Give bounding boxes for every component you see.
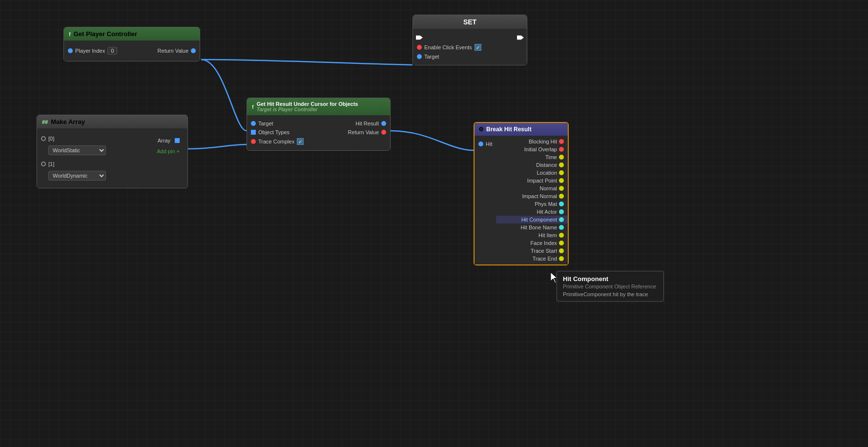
location-output: Location [496,169,568,177]
get-hit-inputs: Target Object Types Trace Complex [247,119,308,146]
array-item-1-row: [1] [37,160,149,168]
trace-end-output: Trace End [496,255,568,263]
array-item-0-pin [41,136,46,141]
array-item-0-row: [0] [37,134,149,143]
hit-item-output: Hit Item [496,231,568,239]
break-hit-input-pin: Hit [475,140,496,148]
array-item-1-index: [1] [48,161,54,167]
function-icon: f [69,31,71,37]
blocking-hit-pin [559,139,564,144]
get-hit-target-pin-circle [251,121,256,126]
hit-result-pin-circle [381,121,386,126]
get-hit-outputs: Hit Result Return Value [344,119,390,146]
trace-complex-checkbox[interactable] [297,138,304,145]
player-index-pin-circle [68,48,73,53]
hit-item-label: Hit Item [538,232,557,238]
array-icon: ## [42,119,48,125]
set-exec-in [416,34,423,41]
player-index-label: Player Index [75,48,105,54]
break-hit-pin-circle [478,142,483,146]
trace-start-pin [559,248,564,253]
break-hit-input-section: Hit [475,138,496,148]
location-label: Location [537,170,557,176]
return-value-output-pin: Return Value [154,46,200,55]
tooltip-title: Hit Component [563,275,658,283]
get-player-controller-header: f Get Player Controller [64,27,200,41]
array-output-pin-row: Array [153,136,184,145]
normal-label: Normal [540,185,557,191]
add-pin-button[interactable]: Add pin + [153,147,184,156]
make-array-title: Make Array [51,118,85,125]
break-hit-result-header: ⚙ Break Hit Result [475,123,568,136]
face-index-pin [559,241,564,245]
get-player-controller-title: Get Player Controller [74,30,137,38]
hit-actor-label: Hit Actor [537,209,557,215]
phys-mat-pin [559,202,564,206]
player-index-value[interactable]: 0 [107,47,117,55]
blocking-hit-label: Blocking Hit [529,139,557,144]
array-item-0-index: [0] [48,136,54,142]
get-hit-result-title: Get Hit Result Under Cursor for Objects [257,101,358,107]
return-value-pin-circle [191,48,196,53]
hit-actor-pin [559,209,564,214]
face-index-output: Face Index [496,239,568,247]
exec-in-arrow [416,34,423,41]
break-hit-label: Hit [486,141,492,147]
array-item-1-dropdown[interactable]: WorldDynamic WorldStatic [48,171,106,181]
set-title: SET [418,18,522,26]
array-item-0-dropdown[interactable]: WorldStatic WorldDynamic [48,145,106,155]
set-target-pin-circle [417,54,422,59]
tooltip-subtitle: Primitive Component Object Reference [563,284,658,289]
normal-output: Normal [496,184,568,192]
player-index-pin: Player Index 0 [64,45,121,56]
array-item-1-value-row: WorldDynamic WorldStatic [44,169,149,182]
set-exec-out [517,34,524,41]
enable-click-events-label: Enable Click Events [424,44,472,50]
initial-overlap-label: Initial Overlap [524,146,557,152]
return-value-output-label-2: Return Value [348,129,379,135]
phys-mat-output: Phys Mat [496,200,568,208]
get-hit-function-icon: f [252,104,254,110]
trace-complex-label: Trace Complex [258,139,294,144]
initial-overlap-pin [559,147,564,152]
get-hit-result-node: f Get Hit Result Under Cursor for Object… [247,98,391,151]
get-hit-object-types-pin: Object Types [247,128,308,137]
hit-component-output: Hit Component [496,216,568,224]
tooltip-description: PrimitiveComponent hit by the trace [563,291,658,297]
exec-out-arrow [517,34,524,41]
trace-start-output: Trace Start [496,247,568,255]
return-value-pin-circle-2 [381,130,386,135]
location-pin [559,170,564,175]
time-pin [559,155,564,160]
blocking-hit-output: Blocking Hit [496,138,568,145]
make-array-node: ## Make Array [0] WorldStatic WorldDynam… [37,115,188,188]
distance-output: Distance [496,161,568,169]
phys-mat-label: Phys Mat [535,201,557,207]
trace-end-label: Trace End [533,256,557,262]
break-hit-result-title: Break Hit Result [486,126,532,133]
distance-label: Distance [536,162,557,168]
hit-component-tooltip: Hit Component Primitive Component Object… [557,271,664,302]
return-value-output-pin-2: Return Value [344,128,390,137]
object-types-pin-square [251,130,256,135]
enable-click-events-checkbox[interactable] [475,44,481,51]
set-target-pin: Target [413,52,527,61]
impact-point-output: Impact Point [496,177,568,184]
normal-pin [559,186,564,191]
enable-click-events-pin-circle [417,45,422,50]
hit-component-label: Hit Component [521,217,557,223]
trace-end-pin [559,256,564,261]
trace-start-label: Trace Start [531,248,557,254]
distance-pin [559,163,564,167]
get-hit-result-subtitle: Target is Player Controller [257,107,358,112]
enable-click-events-pin: Enable Click Events [413,42,527,52]
hit-item-pin [559,233,564,238]
time-label: Time [545,154,557,160]
hit-result-output-label: Hit Result [355,121,379,126]
impact-point-pin [559,178,564,183]
hit-result-output-pin: Hit Result [344,119,390,128]
break-gear-icon: ⚙ [478,126,484,133]
break-hit-result-node: ⚙ Break Hit Result Hit Blocking Hit [474,122,569,265]
hit-bone-name-pin [559,225,564,230]
hit-bone-name-output: Hit Bone Name [496,224,568,231]
